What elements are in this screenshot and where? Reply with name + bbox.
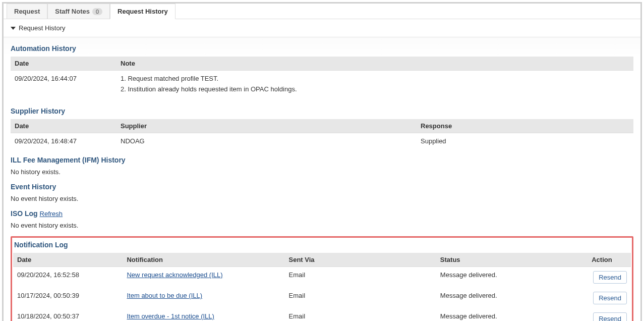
tab-label: Staff Notes	[55, 8, 90, 15]
cell-status: Message delivered.	[436, 308, 588, 321]
tab-label: Request History	[118, 8, 168, 15]
supplier-history-table: Date Supplier Response 09/20/2024, 16:48…	[11, 119, 633, 149]
event-history-title: Event History	[11, 183, 633, 191]
iso-empty-text: No event history exists.	[11, 222, 633, 229]
iso-log-title: ISO Log Refresh	[11, 209, 633, 218]
main-container: Request Staff Notes 0 Request History Re…	[2, 2, 642, 321]
resend-button[interactable]: Resend	[593, 271, 627, 284]
tab-label: Request	[14, 8, 40, 15]
panel-header[interactable]: Request History	[4, 19, 640, 37]
col-header-notification: Notification	[123, 253, 284, 267]
col-header-date: Date	[13, 253, 123, 267]
col-header-status: Status	[436, 253, 588, 267]
col-header-response: Response	[417, 119, 633, 133]
cell-date: 09/20/2024, 16:48:47	[11, 133, 116, 149]
notification-link[interactable]: Item about to be due (ILL)	[127, 292, 202, 299]
cell-date: 09/20/2024, 16:44:07	[11, 71, 116, 100]
event-empty-text: No event history exists.	[11, 195, 633, 202]
cell-sent-via: Email	[285, 288, 436, 308]
col-header-date: Date	[11, 119, 116, 133]
col-header-supplier: Supplier	[116, 119, 417, 133]
supplier-history-title: Supplier History	[11, 107, 633, 115]
notification-link[interactable]: New request acknowledged (ILL)	[127, 271, 222, 279]
iso-refresh-link[interactable]: Refresh	[40, 210, 63, 218]
col-header-action: Action	[588, 253, 631, 267]
panel-title: Request History	[19, 24, 65, 32]
table-row: 09/20/2024, 16:48:47 NDOAG Supplied	[11, 133, 633, 149]
cell-supplier: NDOAG	[116, 133, 417, 149]
panel-content: Automation History Date Note 09/20/2024,…	[4, 37, 640, 321]
notification-log-highlight: Notification Log Date Notification Sent …	[11, 236, 633, 321]
note-line: 2. Institution already holds requested i…	[121, 85, 629, 93]
col-header-sent-via: Sent Via	[285, 253, 436, 267]
collapse-icon	[11, 27, 16, 30]
cell-date: 09/20/2024, 16:52:58	[13, 267, 123, 288]
automation-history-title: Automation History	[11, 44, 633, 52]
iso-log-title-text: ISO Log	[11, 209, 38, 218]
ifm-empty-text: No history exists.	[11, 168, 633, 176]
notification-link[interactable]: Item overdue - 1st notice (ILL)	[127, 312, 214, 320]
automation-history-table: Date Note 09/20/2024, 16:44:07 1. Reques…	[11, 57, 633, 100]
table-row: 10/17/2024, 00:50:39 Item about to be du…	[13, 288, 631, 308]
tab-badge: 0	[92, 8, 102, 15]
resend-button[interactable]: Resend	[593, 312, 627, 321]
cell-status: Message delivered.	[436, 288, 588, 308]
cell-status: Message delivered.	[436, 267, 588, 288]
cell-date: 10/18/2024, 00:50:37	[13, 308, 123, 321]
cell-note: 1. Request matched profile TEST. 2. Inst…	[116, 71, 633, 100]
ifm-history-title: ILL Fee Management (IFM) History	[11, 156, 633, 164]
note-line: 1. Request matched profile TEST.	[121, 75, 629, 82]
table-row: 09/20/2024, 16:44:07 1. Request matched …	[11, 71, 633, 100]
cell-sent-via: Email	[285, 267, 436, 288]
cell-date: 10/17/2024, 00:50:39	[13, 288, 123, 308]
col-header-date: Date	[11, 57, 116, 71]
cell-response: Supplied	[417, 133, 633, 149]
tabs-row: Request Staff Notes 0 Request History	[4, 4, 640, 19]
tab-staff-notes[interactable]: Staff Notes 0	[47, 4, 110, 19]
cell-sent-via: Email	[285, 308, 436, 321]
table-row: 09/20/2024, 16:52:58 New request acknowl…	[13, 267, 631, 288]
table-row: 10/18/2024, 00:50:37 Item overdue - 1st …	[13, 308, 631, 321]
tab-request-history[interactable]: Request History	[110, 4, 175, 19]
notification-log-title: Notification Log	[14, 241, 631, 249]
col-header-note: Note	[116, 57, 633, 71]
notification-log-table: Date Notification Sent Via Status Action…	[13, 253, 631, 321]
resend-button[interactable]: Resend	[593, 292, 627, 304]
tab-request[interactable]: Request	[7, 4, 47, 19]
